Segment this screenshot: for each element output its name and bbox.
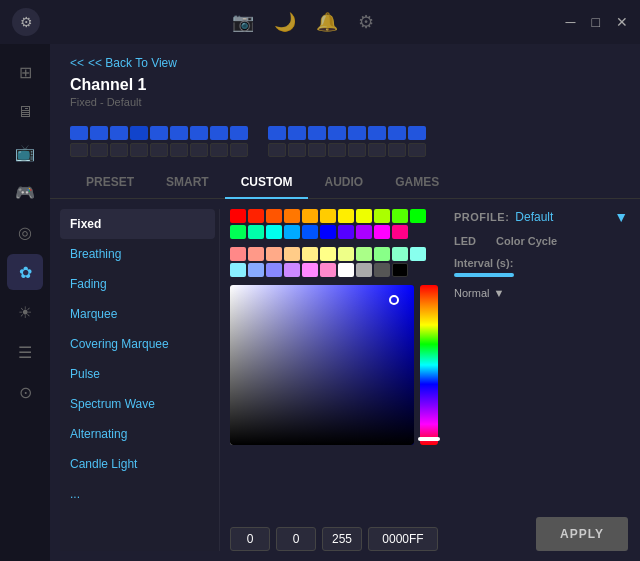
led-cell [268, 143, 286, 157]
effect-item-breathing[interactable]: Breathing [60, 239, 215, 269]
swatch[interactable] [302, 209, 318, 223]
swatch[interactable] [374, 209, 390, 223]
swatch[interactable] [230, 247, 246, 261]
swatch[interactable] [392, 263, 408, 277]
led-cell [170, 143, 188, 157]
led-cell [348, 126, 366, 140]
profile-dropdown-icon[interactable]: ▼ [614, 209, 628, 225]
back-link[interactable]: << << Back To View [70, 56, 620, 70]
swatch[interactable] [302, 263, 318, 277]
effect-item-fixed[interactable]: Fixed [60, 209, 215, 239]
swatch[interactable] [356, 225, 372, 239]
tab-custom[interactable]: CUSTOM [225, 167, 309, 199]
swatch[interactable] [356, 247, 372, 261]
swatch[interactable] [248, 247, 264, 261]
swatch[interactable] [320, 263, 336, 277]
led-cell [130, 143, 148, 157]
swatch[interactable] [392, 209, 408, 223]
swatch[interactable] [266, 209, 282, 223]
swatch[interactable] [338, 209, 354, 223]
swatch[interactable] [320, 209, 336, 223]
tab-smart[interactable]: SMART [150, 167, 225, 199]
tab-preset[interactable]: PRESET [70, 167, 150, 199]
swatch[interactable] [266, 263, 282, 277]
effect-list[interactable]: Fixed Breathing Fading Marquee Covering … [60, 209, 220, 551]
effect-item-alternating[interactable]: Alternating [60, 419, 215, 449]
sidebar-item-light[interactable]: ☀ [7, 294, 43, 330]
swatch[interactable] [284, 225, 300, 239]
swatch[interactable] [266, 247, 282, 261]
led-row-empty-1 [70, 143, 248, 157]
sidebar-item-gauge[interactable]: ◎ [7, 214, 43, 250]
sidebar-item-fan[interactable]: ✿ [7, 254, 43, 290]
swatch[interactable] [248, 263, 264, 277]
swatch[interactable] [374, 247, 390, 261]
interval-bar [454, 273, 514, 277]
effect-item-more[interactable]: ... [60, 479, 215, 509]
profile-label: PROFILE: [454, 211, 509, 223]
sidebar-item-gamepad[interactable]: 🎮 [7, 174, 43, 210]
blue-value[interactable]: 255 [322, 527, 362, 551]
hue-slider[interactable] [420, 285, 438, 445]
swatch[interactable] [374, 225, 390, 239]
swatch[interactable] [374, 263, 390, 277]
swatch[interactable] [284, 263, 300, 277]
sidebar-item-display[interactable]: 🖥 [7, 94, 43, 130]
swatch[interactable] [284, 209, 300, 223]
swatch[interactable] [248, 225, 264, 239]
swatch[interactable] [392, 225, 408, 239]
close-button[interactable]: ✕ [616, 14, 628, 30]
apply-button[interactable]: APPLY [536, 517, 628, 551]
mode-select[interactable]: Normal ▼ [454, 287, 628, 299]
swatch[interactable] [392, 247, 408, 261]
swatch[interactable] [266, 225, 282, 239]
led-row-blue-1 [70, 126, 248, 140]
green-value[interactable]: 0 [276, 527, 316, 551]
swatch[interactable] [338, 225, 354, 239]
effect-item-candle-light[interactable]: Candle Light [60, 449, 215, 479]
moon-icon[interactable]: 🌙 [274, 11, 296, 33]
swatch[interactable] [320, 225, 336, 239]
hex-value[interactable]: 0000FF [368, 527, 438, 551]
sidebar-item-list[interactable]: ☰ [7, 334, 43, 370]
sidebar-item-disk[interactable]: ⊙ [7, 374, 43, 410]
swatch[interactable] [356, 263, 372, 277]
led-cell [308, 143, 326, 157]
tab-games[interactable]: GAMES [379, 167, 455, 199]
swatch[interactable] [338, 247, 354, 261]
mode-dropdown-icon: ▼ [493, 287, 504, 299]
swatch[interactable] [410, 209, 426, 223]
swatch[interactable] [230, 225, 246, 239]
led-cell [190, 143, 208, 157]
swatch[interactable] [338, 263, 354, 277]
red-value[interactable]: 0 [230, 527, 270, 551]
color-gradient-area [230, 285, 438, 519]
swatch[interactable] [302, 247, 318, 261]
swatch[interactable] [284, 247, 300, 261]
swatch[interactable] [230, 263, 246, 277]
tab-audio[interactable]: AUDIO [308, 167, 379, 199]
bell-icon[interactable]: 🔔 [316, 11, 338, 33]
effect-item-spectrum-wave[interactable]: Spectrum Wave [60, 389, 215, 419]
swatch[interactable] [230, 209, 246, 223]
swatch[interactable] [410, 247, 426, 261]
gradient-picker[interactable] [230, 285, 414, 445]
led-cell [70, 126, 88, 140]
right-settings-panel: PROFILE: Default ▼ LED Color Cycle [448, 209, 628, 551]
effect-item-fading[interactable]: Fading [60, 269, 215, 299]
swatch[interactable] [302, 225, 318, 239]
sidebar-item-home[interactable]: ⊞ [7, 54, 43, 90]
main-area: ⊞ 🖥 📺 🎮 ◎ ✿ ☀ ☰ ⊙ << << Back To View Cha… [0, 44, 640, 561]
sidebar-item-monitor[interactable]: 📺 [7, 134, 43, 170]
led-cell [368, 143, 386, 157]
swatch[interactable] [320, 247, 336, 261]
settings-icon[interactable]: ⚙ [358, 11, 374, 33]
maximize-button[interactable]: □ [592, 14, 600, 30]
minimize-button[interactable]: ─ [566, 14, 576, 30]
swatch[interactable] [248, 209, 264, 223]
effect-item-pulse[interactable]: Pulse [60, 359, 215, 389]
effect-item-marquee[interactable]: Marquee [60, 299, 215, 329]
effect-item-covering-marquee[interactable]: Covering Marquee [60, 329, 215, 359]
swatch[interactable] [356, 209, 372, 223]
camera-icon[interactable]: 📷 [232, 11, 254, 33]
